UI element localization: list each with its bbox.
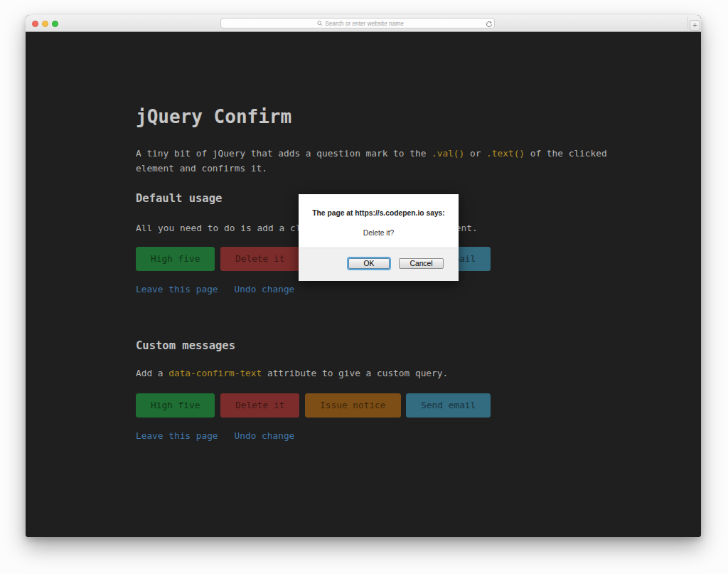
desc-text-pre: Add a [136, 368, 168, 378]
traffic-lights [32, 21, 58, 27]
intro-text-pre: A tiny bit of jQuery that adds a questio… [136, 148, 432, 159]
undo-change-link[interactable]: Undo change [235, 430, 295, 441]
toolbar-separator [687, 17, 688, 29]
address-bar[interactable]: Search or enter website name [220, 18, 495, 28]
confirm-dialog-body: The page at https://s.codepen.io says: D… [299, 194, 459, 248]
ok-button[interactable]: OK [348, 258, 390, 269]
button-row: High fiveDelete itIssue noticeSend email [136, 393, 619, 418]
search-icon [317, 21, 323, 26]
code-text: .text() [486, 148, 525, 159]
page-viewport: jQuery Confirm A tiny bit of jQuery that… [26, 32, 701, 537]
section-heading: Custom messages [136, 339, 619, 354]
delete-it-button[interactable]: Delete it [220, 247, 299, 271]
close-button[interactable] [32, 21, 38, 27]
delete-it-button[interactable]: Delete it [220, 393, 299, 418]
leave-page-link[interactable]: Leave this page [136, 430, 218, 441]
section-description: Add a data-confirm-text attribute to giv… [136, 366, 619, 381]
section-custom-messages: Custom messages Add a data-confirm-text … [136, 339, 619, 443]
page-title: jQuery Confirm [136, 105, 619, 129]
code-val: .val() [432, 148, 464, 159]
link-row: Leave this pageUndo change [136, 282, 619, 297]
send-email-button[interactable]: Send email [406, 393, 491, 418]
address-placeholder: Search or enter website name [325, 20, 404, 27]
confirm-dialog-message: Delete it? [299, 228, 459, 238]
intro-paragraph: A tiny bit of jQuery that adds a questio… [136, 146, 619, 176]
undo-change-link[interactable]: Undo change [235, 284, 295, 294]
code-data-confirm-text: data-confirm-text [168, 368, 262, 378]
desc-text-post: attribute to give a custom query. [262, 368, 448, 378]
link-row: Leave this pageUndo change [136, 428, 619, 443]
confirm-dialog: The page at https://s.codepen.io says: D… [299, 194, 459, 281]
confirm-dialog-footer: OK Cancel [299, 248, 459, 281]
zoom-button[interactable] [52, 21, 58, 27]
confirm-dialog-title: The page at https://s.codepen.io says: [299, 208, 459, 218]
cancel-button[interactable]: Cancel [399, 258, 444, 269]
leave-page-link[interactable]: Leave this page [136, 284, 218, 294]
high-five-button[interactable]: High five [136, 393, 215, 418]
issue-notice-button[interactable]: Issue notice [305, 393, 400, 418]
minimize-button[interactable] [42, 21, 48, 27]
intro-text-mid: or [464, 148, 486, 159]
new-tab-button[interactable]: + [690, 20, 700, 31]
reload-icon[interactable] [486, 21, 493, 28]
browser-toolbar: Search or enter website name + [26, 15, 701, 32]
high-five-button[interactable]: High five [136, 247, 215, 271]
browser-window: Search or enter website name + jQuery Co… [26, 15, 701, 537]
